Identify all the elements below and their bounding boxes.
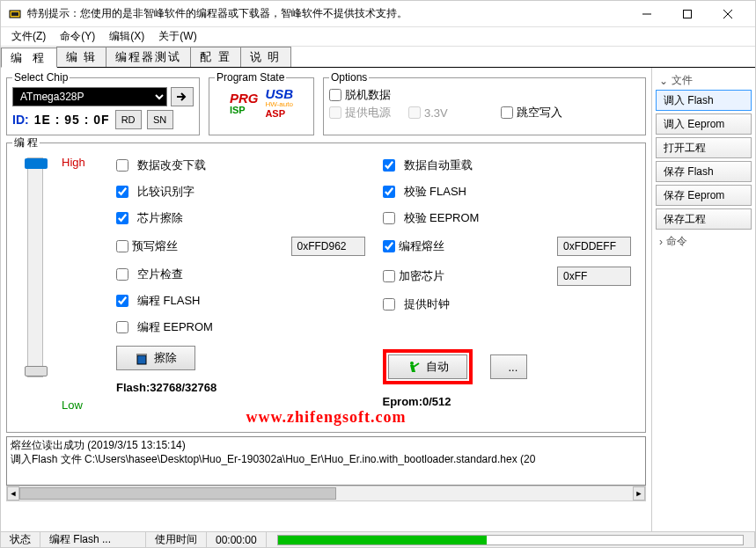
chip-id-label: ID: <box>12 113 29 127</box>
side-btn-save-eeprom[interactable]: 保存 Eeprom <box>656 185 752 206</box>
svg-rect-3 <box>684 10 692 18</box>
flash-stat: Flash:32768/32768 <box>116 381 365 394</box>
status-state-label: 状态 <box>1 532 40 547</box>
progress-fill <box>278 536 488 544</box>
tab-help[interactable]: 说 明 <box>240 47 291 67</box>
status-time-value: 00:00:00 <box>207 532 267 547</box>
prog-fuse-hex[interactable]: 0xFDDEFF <box>557 237 631 256</box>
erase-button[interactable]: 擦除 <box>116 346 195 370</box>
fieldset-options: Options 脱机数据 提供电源 3.3V 跳空写入 <box>323 71 646 135</box>
prg-isp-indicator: PRG ISP <box>230 91 259 115</box>
side-btn-save-flash[interactable]: 保存 Flash <box>656 161 752 182</box>
tab-config[interactable]: 配 置 <box>190 47 241 67</box>
more-button[interactable]: ... <box>490 354 527 379</box>
maximize-button[interactable] <box>667 1 708 27</box>
pre-fuse-hex[interactable]: 0xFFD962 <box>291 237 365 256</box>
side-header-commands[interactable]: › 命令 <box>656 232 752 251</box>
tab-programmer-test[interactable]: 编程器测试 <box>106 47 191 67</box>
legend-programming: 编 程 <box>12 135 40 150</box>
cb-provide-power: 提供电源 <box>329 105 391 121</box>
cb-verify-flash[interactable]: 校验 FLASH <box>383 184 632 200</box>
cb-prog-eeprom[interactable]: 编程 EEPROM <box>116 319 365 335</box>
svg-rect-6 <box>137 355 146 364</box>
side-btn-load-flash[interactable]: 调入 Flash <box>656 90 752 111</box>
side-btn-open-project[interactable]: 打开工程 <box>656 137 752 158</box>
cb-3v3: 3.3V <box>408 106 448 120</box>
close-button[interactable] <box>708 1 748 27</box>
cb-prog-fuse[interactable]: 编程熔丝 <box>383 238 444 254</box>
encrypt-hex[interactable]: 0xFF <box>557 267 631 286</box>
auto-button-highlight: 自动 <box>383 349 473 384</box>
progress-bar <box>277 535 744 545</box>
cb-skip-blank[interactable]: 跳空写入 <box>501 105 562 121</box>
cb-data-change-download[interactable]: 数据改变下载 <box>116 157 365 173</box>
cb-pre-fuse[interactable]: 预写熔丝 <box>116 238 178 254</box>
menu-file[interactable]: 文件(Z) <box>4 27 53 46</box>
fieldset-program-state: Program State PRG ISP USB HW-auto ASP <box>209 71 314 135</box>
status-action: 编程 Flash ... <box>40 532 146 547</box>
label-high: High <box>62 156 85 169</box>
menu-about[interactable]: 关于(W) <box>151 27 203 46</box>
label-low: Low <box>62 398 83 412</box>
log-line-1: 熔丝位读出成功 (2019/3/15 13:15:14) <box>11 439 642 453</box>
speed-slider[interactable] <box>27 157 43 377</box>
scroll-thumb[interactable] <box>19 487 336 500</box>
slider-thumb-bottom[interactable] <box>25 366 48 376</box>
sn-button[interactable]: SN <box>147 110 173 129</box>
cb-blank-check[interactable]: 空片检查 <box>116 267 365 282</box>
eprom-stat: Eprom:0/512 <box>383 395 632 408</box>
usb-asp-indicator: USB HW-auto ASP <box>265 87 293 119</box>
log-panel[interactable]: 熔丝位读出成功 (2019/3/15 13:15:14) 调入Flash 文件 … <box>6 436 646 486</box>
rd-button[interactable]: RD <box>115 110 142 129</box>
side-panel: ⌄ 文件 调入 Flash 调入 Eeprom 打开工程 保存 Flash 保存… <box>651 68 755 533</box>
cb-chip-erase[interactable]: 芯片擦除 <box>116 210 365 226</box>
chevron-down-icon: ⌄ <box>659 75 668 87</box>
cb-offline-data[interactable]: 脱机数据 <box>329 87 391 103</box>
cb-auto-reload[interactable]: 数据自动重载 <box>383 157 632 173</box>
cb-prog-flash[interactable]: 编程 FLASH <box>116 293 365 309</box>
tab-edit[interactable]: 编 辑 <box>56 47 107 67</box>
side-header-files[interactable]: ⌄ 文件 <box>656 71 752 90</box>
cb-compare-id[interactable]: 比较识别字 <box>116 184 365 200</box>
log-hscrollbar[interactable]: ◄ ► <box>6 486 646 501</box>
scroll-right-icon[interactable]: ► <box>633 486 645 501</box>
side-btn-load-eeprom[interactable]: 调入 Eeprom <box>656 113 752 135</box>
app-icon <box>8 7 22 21</box>
chip-select[interactable]: ATmega328P <box>12 87 167 106</box>
tabbar: 编 程 编 辑 编程器测试 配 置 说 明 <box>1 47 755 68</box>
titlebar: 特别提示：您使用的是非智峰软件的编程器或下载器，智峰软件不提供技术支持。 <box>1 1 755 27</box>
chevron-right-icon: › <box>659 236 663 248</box>
slider-thumb-top[interactable] <box>25 158 48 169</box>
trash-icon <box>135 351 149 365</box>
menubar: 文件(Z) 命令(Y) 编辑(X) 关于(W) <box>1 27 755 47</box>
svg-rect-7 <box>136 354 147 355</box>
menu-edit[interactable]: 编辑(X) <box>102 27 151 46</box>
cb-verify-eeprom[interactable]: 校验 EEPROM <box>383 210 632 226</box>
minimize-button[interactable] <box>627 1 667 27</box>
window-title: 特别提示：您使用的是非智峰软件的编程器或下载器，智峰软件不提供技术支持。 <box>27 6 627 21</box>
svg-point-8 <box>410 362 414 365</box>
log-line-2: 调入Flash 文件 C:\Users\hasee\Desktop\Huo_Er… <box>11 453 642 467</box>
chip-go-button[interactable] <box>171 87 194 106</box>
run-icon <box>407 360 421 374</box>
status-time-label: 使用时间 <box>146 532 207 547</box>
speed-slider-column: High Low <box>12 154 58 412</box>
menu-command[interactable]: 命令(Y) <box>53 27 102 46</box>
statusbar: 状态 编程 Flash ... 使用时间 00:00:00 <box>1 531 755 547</box>
tab-programming[interactable]: 编 程 <box>1 47 57 68</box>
cb-provide-clock[interactable]: 提供时钟 <box>383 296 632 312</box>
arrow-right-icon <box>176 91 188 102</box>
auto-button[interactable]: 自动 <box>388 354 467 379</box>
fieldset-programming: 编 程 High Low 数据改变下载 比较识别字 芯片擦除 <box>6 135 646 433</box>
cb-encrypt-chip[interactable]: 加密芯片 <box>383 268 444 284</box>
scroll-left-icon[interactable]: ◄ <box>7 486 19 501</box>
chip-id-value: 1E : 95 : 0F <box>34 113 110 127</box>
svg-rect-1 <box>11 12 18 16</box>
legend-select-chip: Select Chip <box>12 71 70 84</box>
legend-program-state: Program State <box>215 71 286 84</box>
legend-options: Options <box>329 71 369 84</box>
fieldset-select-chip: Select Chip ATmega328P ID: 1E : 95 : 0F … <box>6 71 200 135</box>
side-btn-save-project[interactable]: 保存工程 <box>656 208 752 230</box>
